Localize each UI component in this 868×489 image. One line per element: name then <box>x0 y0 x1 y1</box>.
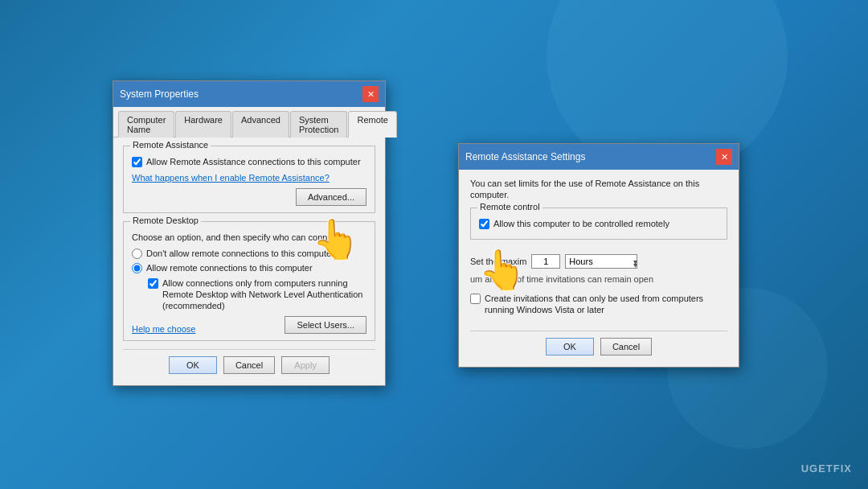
remote-assistance-settings-title: Remote Assistance Settings <box>465 151 716 162</box>
radio-allow-row: Allow remote connections to this compute… <box>132 263 366 273</box>
time-unit-wrapper: Minutes Hours Days <box>565 254 640 269</box>
select-users-button[interactable]: Select Users... <box>285 316 366 334</box>
radio-allow-label: Allow remote connections to this compute… <box>146 263 313 273</box>
ok-button[interactable]: OK <box>169 356 217 374</box>
watermark: UGETFIX <box>801 462 852 475</box>
remote-control-group: Remote control Allow this computer to be… <box>470 208 727 240</box>
max-time-suffix-label: um amount of time invitations can remain… <box>470 273 727 285</box>
remote-desktop-group-title: Remote Desktop <box>130 216 201 225</box>
remote-control-group-title: Remote control <box>477 202 542 212</box>
radio-allow[interactable] <box>132 263 142 273</box>
remote-assistance-settings-buttons: OK Cancel <box>470 331 727 359</box>
nla-checkbox-label: Allow connections only from computers ru… <box>162 277 366 312</box>
system-properties-content: Remote Assistance Allow Remote Assistanc… <box>113 138 385 385</box>
remote-assistance-settings-window: Remote Assistance Settings ✕ You can set… <box>458 143 739 368</box>
radio-dont-allow-label: Don't allow remote connections to this c… <box>146 249 334 258</box>
remote-assistance-settings-content: You can set limits for the use of Remote… <box>459 170 739 367</box>
remote-control-content: Allow this computer to be controlled rem… <box>479 218 719 229</box>
tab-computer-name[interactable]: Computer Name <box>118 111 174 138</box>
allow-remote-assistance-label: Allow Remote Assistance connections to t… <box>146 156 361 167</box>
remote-cancel-button[interactable]: Cancel <box>600 338 652 355</box>
radio-dont-allow-row: Don't allow remote connections to this c… <box>132 249 366 259</box>
system-properties-close-button[interactable]: ✕ <box>362 86 379 102</box>
set-maximum-label: Set the maxim <box>470 256 526 267</box>
create-invitations-checkbox[interactable] <box>470 294 481 304</box>
create-invitations-row: Create invitations that can only be used… <box>470 293 727 316</box>
remote-desktop-description: Choose an option, and then specify who c… <box>132 232 366 243</box>
cancel-button[interactable]: Cancel <box>223 356 275 374</box>
remote-assistance-settings-description: You can set limits for the use of Remote… <box>470 178 727 201</box>
time-value-input[interactable] <box>531 254 560 269</box>
allow-remote-assistance-checkbox[interactable] <box>132 157 142 167</box>
tab-hardware[interactable]: Hardware <box>175 111 231 138</box>
allow-remote-assistance-row: Allow Remote Assistance connections to t… <box>132 156 366 167</box>
create-invitations-label: Create invitations that can only be used… <box>485 293 727 316</box>
nla-checkbox[interactable] <box>148 278 158 289</box>
remote-assistance-settings-close-button[interactable]: ✕ <box>716 149 732 165</box>
system-properties-buttons: OK Cancel Apply <box>123 349 375 377</box>
remote-assistance-group-title: Remote Assistance <box>130 140 211 150</box>
nla-checkbox-row-wrapper: Allow connections only from computers ru… <box>148 277 366 312</box>
invite-time-row: Set the maxim Minutes Hours Days <box>470 254 727 269</box>
system-properties-titlebar: System Properties ✕ <box>113 81 385 107</box>
help-me-choose-link[interactable]: Help me choose <box>132 324 196 334</box>
invitations-section: Set the maxim Minutes Hours Days um amou… <box>470 248 727 321</box>
time-unit-select[interactable]: Minutes Hours Days <box>565 254 637 269</box>
apply-button[interactable]: Apply <box>281 356 330 374</box>
allow-control-label: Allow this computer to be controlled rem… <box>493 218 669 229</box>
advanced-button[interactable]: Advanced... <box>296 188 366 206</box>
help-select-row: Help me choose Select Users... <box>132 316 366 334</box>
remote-assistance-settings-titlebar: Remote Assistance Settings ✕ <box>459 144 739 170</box>
remote-assistance-group: Remote Assistance Allow Remote Assistanc… <box>123 146 375 213</box>
nla-checkbox-row: Allow connections only from computers ru… <box>148 277 366 312</box>
system-properties-tabs: Computer Name Hardware Advanced System P… <box>113 107 385 138</box>
tab-remote[interactable]: Remote <box>348 111 397 138</box>
tab-system-protection[interactable]: System Protection <box>290 111 348 138</box>
radio-dont-allow[interactable] <box>132 249 142 259</box>
remote-desktop-content: Choose an option, and then specify who c… <box>132 232 366 334</box>
remote-assistance-help-link[interactable]: What happens when I enable Remote Assist… <box>132 173 330 183</box>
tab-advanced[interactable]: Advanced <box>232 111 289 138</box>
remote-ok-button[interactable]: OK <box>546 338 594 355</box>
remote-desktop-group: Remote Desktop Choose an option, and the… <box>123 221 375 341</box>
allow-control-row: Allow this computer to be controlled rem… <box>479 218 719 229</box>
system-properties-title: System Properties <box>120 88 362 100</box>
remote-assistance-content: Allow Remote Assistance connections to t… <box>132 156 366 206</box>
allow-control-checkbox[interactable] <box>479 219 489 229</box>
advanced-button-row: Advanced... <box>132 188 366 206</box>
system-properties-window: System Properties ✕ Computer Name Hardwa… <box>113 80 386 386</box>
